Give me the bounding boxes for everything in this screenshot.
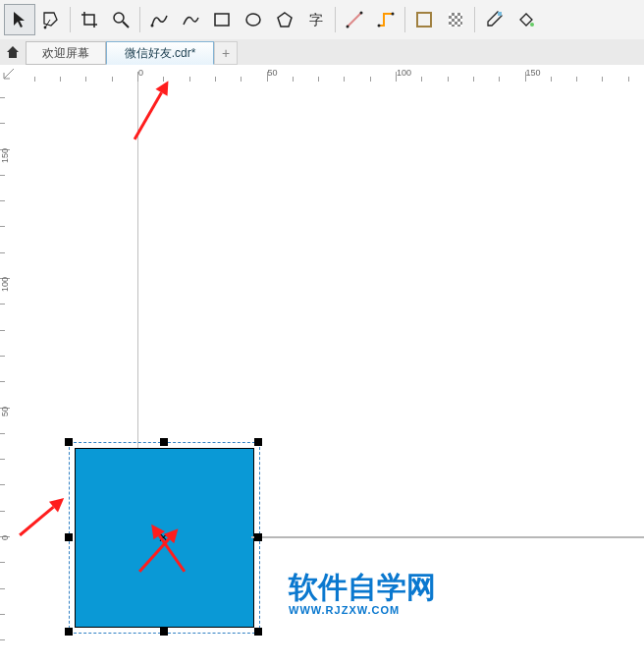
ruler-label: 150 [526, 68, 541, 78]
crop-tool[interactable] [74, 4, 105, 35]
selection-handle[interactable] [65, 533, 73, 541]
svg-point-11 [378, 25, 381, 28]
watermark: 软件自学网 WWW.RJZXW.COM [289, 573, 436, 616]
connector-tool[interactable] [370, 4, 402, 35]
ruler-label: 0 [0, 535, 10, 540]
svg-point-12 [392, 13, 395, 16]
svg-line-23 [134, 92, 162, 139]
ruler-origin[interactable] [0, 65, 18, 83]
shape-tool[interactable] [35, 4, 67, 35]
ruler-label: 150 [0, 148, 10, 163]
svg-rect-15 [449, 13, 462, 27]
svg-point-5 [246, 14, 260, 26]
toolbar-separator [335, 7, 336, 32]
ellipse-tool[interactable] [238, 4, 269, 35]
annotation-arrow [14, 491, 70, 542]
tab-new[interactable]: + [214, 41, 238, 65]
pick-tool[interactable] [4, 4, 35, 35]
rectangle-tool[interactable] [206, 4, 238, 35]
svg-rect-20 [498, 12, 502, 16]
vertical-ruler[interactable]: 050100150 [0, 82, 18, 665]
selection-handle[interactable] [160, 628, 168, 636]
svg-point-9 [347, 26, 349, 28]
selection-handle[interactable] [65, 438, 73, 446]
svg-line-22 [4, 69, 14, 79]
ruler-label: 50 [268, 68, 278, 78]
selection-handle[interactable] [254, 628, 262, 636]
svg-point-10 [360, 12, 363, 15]
freehand-tool[interactable] [143, 4, 175, 35]
ruler-label: 100 [0, 277, 10, 292]
zoom-tool[interactable] [105, 4, 136, 35]
tab-welcome[interactable]: 欢迎屏幕 [26, 41, 106, 65]
toolbar-separator [139, 7, 140, 32]
ruler-label: 0 [138, 68, 143, 78]
document-tab-bar: 欢迎屏幕 微信好友.cdr* + [0, 39, 644, 66]
eyedropper-tool[interactable] [478, 4, 510, 35]
annotation-arrow [127, 77, 176, 144]
artistic-media-tool[interactable] [175, 4, 206, 35]
svg-rect-4 [215, 14, 229, 26]
paint-bucket-tool[interactable] [510, 4, 541, 35]
svg-point-21 [530, 23, 534, 27]
svg-marker-6 [278, 13, 292, 27]
text-tool[interactable]: 字 [300, 4, 332, 35]
outline-pen-tool[interactable] [408, 4, 440, 35]
tab-document-active[interactable]: 微信好友.cdr* [106, 41, 214, 65]
ruler-label: 100 [397, 68, 411, 78]
watermark-url: WWW.RJZXW.COM [289, 604, 436, 616]
polygon-tool[interactable] [269, 4, 300, 35]
selection-handle[interactable] [65, 628, 73, 636]
watermark-title: 软件自学网 [289, 573, 436, 602]
svg-line-25 [20, 507, 53, 535]
svg-line-2 [123, 22, 129, 28]
selection-handle[interactable] [254, 438, 262, 446]
svg-point-0 [44, 27, 47, 29]
ruler-label: 50 [0, 407, 10, 416]
toolbar-separator [474, 7, 475, 32]
toolbar-separator [404, 7, 405, 32]
dimension-tool[interactable] [339, 4, 370, 35]
selection-handle[interactable] [160, 438, 168, 446]
toolbar-separator [70, 7, 71, 32]
selection-handle[interactable] [254, 533, 262, 541]
horizontal-line-object[interactable] [251, 536, 644, 538]
svg-line-8 [348, 13, 361, 27]
svg-rect-13 [417, 13, 431, 27]
svg-point-3 [151, 25, 154, 28]
svg-text:字: 字 [309, 13, 323, 28]
svg-point-1 [114, 13, 124, 23]
drawing-canvas[interactable]: 软件自学网 WWW.RJZXW.COM [17, 82, 644, 665]
fill-tool[interactable] [440, 4, 471, 35]
horizontal-ruler[interactable]: 050100150200 [17, 65, 644, 83]
home-tab[interactable] [0, 39, 26, 65]
main-toolbar: 字 [0, 0, 644, 40]
